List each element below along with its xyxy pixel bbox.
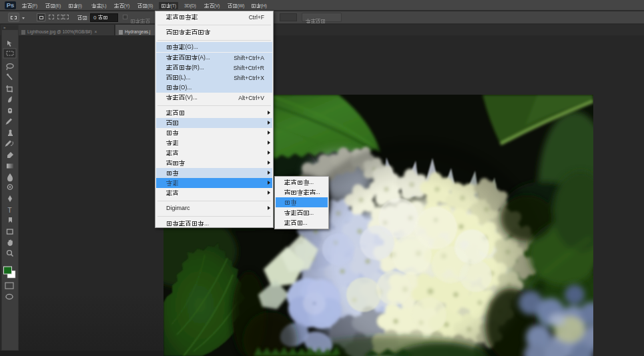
svg-text:T: T — [8, 207, 12, 214]
